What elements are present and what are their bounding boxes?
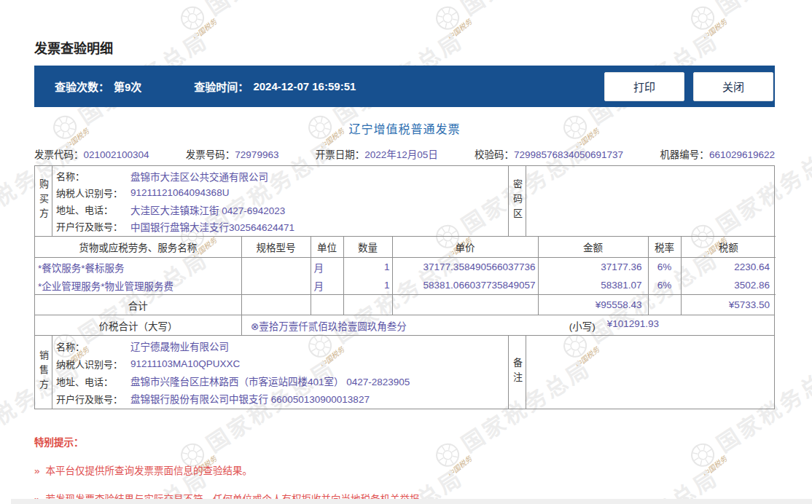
- machine-number-value: 661029619622: [709, 149, 775, 160]
- seller-side-label-text: 销售方: [35, 350, 52, 394]
- invoice-date: 开票日期：2022年12月05日: [316, 146, 438, 161]
- item-tax: 3502.86: [681, 276, 776, 295]
- grand-total-content: ⊗壹拾万壹仟贰佰玖拾壹圆玖角叁分 (小写) ¥101291.93: [241, 315, 774, 335]
- seller-taxid-row: 纳税人识别号： 91211103MA10QPUXXC: [52, 355, 508, 372]
- grand-total-row: 价税合计（大写） ⊗壹拾万壹仟贰佰玖拾壹圆玖角叁分 (小写) ¥101291.9…: [35, 315, 774, 335]
- buyer-section: 购买方 名称： 盘锦市大洼区公共交通有限公司 纳税人识别号： 912111210…: [35, 166, 774, 236]
- grand-total-label: 价税合计（大写）: [35, 318, 241, 333]
- seller-bank-row: 开户行及账号： 盘锦银行股份有限公司中银支行 66005013090001382…: [52, 390, 508, 407]
- item-qty: 1: [343, 276, 392, 295]
- col-header-spec: 规格型号: [241, 237, 311, 258]
- subtotal-rate: [648, 295, 681, 315]
- item-row: *餐饮服务*餐标服务 月 1 37177.358490566037736 371…: [35, 258, 776, 277]
- invoice-table: 购买方 名称： 盘锦市大洼区公共交通有限公司 纳税人识别号： 912111210…: [34, 165, 775, 409]
- goods-table: 货物或应税劳务、服务名称 规格型号 单位 数量 单价 金额 税率 税额 *餐饮服…: [35, 236, 776, 315]
- special-notice-title: 特别提示：: [34, 434, 775, 449]
- check-time-label: 查验时间：: [194, 79, 249, 94]
- close-button[interactable]: 关闭: [693, 72, 773, 101]
- seller-section: 销售方 名称： 辽宁德晟物业有限公司 纳税人识别号： 91211103MA10Q…: [35, 335, 774, 409]
- machine-number-label: 机器编号：: [660, 149, 709, 160]
- seller-taxid-value: 91211103MA10QPUXXC: [130, 358, 508, 369]
- item-amount: 58381.07: [538, 276, 648, 295]
- check-count-group: 查验次数： 第9次: [55, 79, 141, 94]
- col-header-amount: 金额: [538, 237, 648, 258]
- password-area: [526, 166, 774, 236]
- buyer-taxid-row: 纳税人识别号： 91211121064094368U: [52, 184, 508, 201]
- page-title: 发票查验明细: [34, 38, 775, 57]
- seller-bank-value: 盘锦银行股份有限公司中银支行 660050130900013827: [130, 391, 508, 406]
- subtotal-spec: [241, 295, 311, 315]
- buyer-address-value: 大洼区大洼镇珠江街 0427-6942023: [130, 202, 508, 217]
- item-price: 58381.066037735849057: [392, 276, 538, 295]
- col-header-rate: 税率: [648, 237, 681, 258]
- seller-address-row: 地址、电话： 盘锦市兴隆台区庄林路西（市客运站四楼401室） 0427-2823…: [52, 372, 508, 390]
- invoice-meta-row: 发票代码：021002100304 发票号码：72979963 开票日期：202…: [34, 146, 775, 161]
- invoice-title: 辽宁增值税普通发票: [34, 119, 775, 137]
- remarks-label: 备注: [509, 336, 526, 409]
- invoice-code: 发票代码：021002100304: [34, 146, 149, 161]
- seller-taxid-label: 纳税人识别号：: [52, 357, 130, 371]
- seller-name-label: 名称：: [52, 339, 130, 353]
- buyer-address-label: 地址、电话：: [52, 202, 130, 216]
- subtotal-qty: [343, 295, 392, 315]
- subtotal-price: [392, 295, 538, 315]
- buyer-taxid-value: 91211121064094368U: [130, 187, 508, 198]
- special-notice: 特别提示： »本平台仅提供所查询发票票面信息的查验结果。 »若发现发票查验结果与…: [34, 434, 775, 504]
- small-amount-label: (小写): [569, 318, 596, 333]
- invoice-date-label: 开票日期：: [316, 149, 365, 160]
- item-rate: 6%: [648, 258, 681, 277]
- item-tax: 2230.64: [681, 258, 776, 277]
- password-area-label-text: 密码区: [509, 179, 526, 223]
- amount-in-figures-group: (小写) ¥101291.93: [569, 318, 659, 333]
- invoice-checksum-value: 72998576834050691737: [514, 149, 623, 160]
- invoice-checksum: 校验码：72998576834050691737: [475, 146, 623, 161]
- buyer-name-row: 名称： 盘锦市大洼区公共交通有限公司: [52, 168, 508, 184]
- seller-name-row: 名称： 辽宁德晟物业有限公司: [52, 337, 508, 355]
- col-header-price: 单价: [392, 237, 538, 258]
- subtotal-amount: ¥95558.43: [538, 295, 648, 315]
- buyer-bank-label: 开户行及账号：: [52, 219, 130, 233]
- buyer-name-value: 盘锦市大洼区公共交通有限公司: [130, 169, 508, 184]
- check-count-value: 第9次: [114, 79, 141, 94]
- subtotal-label: 合计: [35, 295, 241, 315]
- buyer-side-label-text: 购买方: [35, 179, 52, 223]
- check-time-value: 2024-12-07 16:59:51: [253, 80, 356, 92]
- item-name: *餐饮服务*餐标服务: [35, 258, 241, 277]
- invoice-checksum-label: 校验码：: [475, 149, 514, 160]
- verification-header-bar: 查验次数： 第9次 查验时间： 2024-12-07 16:59:51 打印 关…: [34, 66, 775, 107]
- col-header-unit: 单位: [311, 237, 343, 258]
- seller-name-value: 辽宁德晟物业有限公司: [130, 339, 508, 353]
- check-count-label: 查验次数：: [55, 79, 109, 94]
- item-row: *企业管理服务*物业管理服务费 月 1 58381.06603773584905…: [35, 276, 776, 295]
- goods-header-row: 货物或应税劳务、服务名称 规格型号 单位 数量 单价 金额 税率 税额: [35, 237, 776, 258]
- remarks-area: [526, 336, 774, 409]
- buyer-rows: 名称： 盘锦市大洼区公共交通有限公司 纳税人识别号： 9121112106409…: [52, 166, 509, 236]
- item-name: *企业管理服务*物业管理服务费: [35, 276, 241, 295]
- header-buttons: 打印 关闭: [604, 72, 775, 101]
- seller-bank-label: 开户行及账号：: [52, 392, 130, 406]
- buyer-bank-value: 中国银行盘锦大洼支行302564624471: [130, 219, 508, 234]
- seller-side-label: 销售方: [35, 336, 52, 409]
- page-container: 发票查验明细 查验次数： 第9次 查验时间： 2024-12-07 16:59:…: [34, 0, 775, 504]
- subtotal-tax: ¥5733.50: [681, 295, 776, 315]
- amount-in-figures: ¥101291.93: [607, 318, 659, 333]
- item-unit: 月: [311, 258, 343, 277]
- buyer-side-label: 购买方: [35, 166, 52, 236]
- item-price: 37177.358490566037736: [392, 258, 538, 277]
- seller-address-label: 地址、电话：: [52, 374, 130, 388]
- item-unit: 月: [311, 276, 343, 295]
- item-rate: 6%: [648, 276, 681, 295]
- item-spec: [241, 258, 311, 277]
- item-amount: 37177.36: [538, 258, 648, 277]
- bottom-strip: [11, 499, 812, 504]
- invoice-code-value: 021002100304: [84, 149, 149, 160]
- machine-number: 机器编号：661029619622: [660, 146, 775, 161]
- item-spec: [241, 276, 311, 295]
- col-header-name: 货物或应税劳务、服务名称: [35, 237, 241, 258]
- item-qty: 1: [343, 258, 392, 277]
- print-button[interactable]: 打印: [604, 72, 684, 101]
- invoice-date-value: 2022年12月05日: [364, 149, 438, 160]
- invoice-code-label: 发票代码：: [34, 149, 84, 160]
- col-header-tax: 税额: [681, 237, 776, 258]
- seller-rows: 名称： 辽宁德晟物业有限公司 纳税人识别号： 91211103MA10QPUXX…: [52, 336, 509, 409]
